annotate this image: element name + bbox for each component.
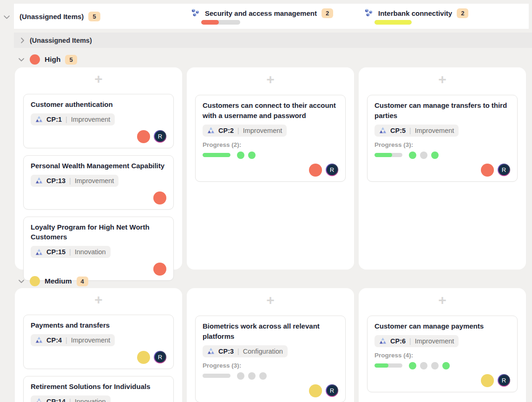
progress-bar	[203, 374, 230, 378]
priority-dot	[309, 384, 322, 397]
chevron-down-icon[interactable]	[18, 56, 25, 63]
chip-separator: |	[69, 177, 71, 185]
priority-dot	[153, 191, 166, 204]
priority-dot	[137, 130, 150, 143]
chip-separator: |	[237, 348, 239, 355]
plus-icon: +	[266, 72, 275, 87]
card-cp3[interactable]: Biometrics work across all relevant plat…	[195, 316, 346, 402]
chip-separator: |	[66, 336, 67, 344]
card-title: Customer authentication	[31, 99, 166, 110]
item-key-chip: CP:15 | Innovation	[31, 246, 111, 258]
assignee-avatar: R	[154, 351, 166, 363]
progress-dot	[237, 152, 244, 159]
item-type: Improvement	[415, 127, 454, 134]
board-collapse-chevron-down-icon[interactable]	[3, 13, 11, 21]
progress-label: Progress (4):	[374, 352, 510, 359]
card-cp2[interactable]: Customers can connect to their account w…	[195, 95, 346, 182]
item-key-chip: CP:1 | Improvement	[31, 113, 115, 125]
item-key-chip: CP:2 | Improvement	[203, 125, 287, 137]
group-header-medium[interactable]: Medium 4	[18, 274, 88, 289]
priority-dot	[153, 263, 166, 276]
group-header-high[interactable]: High 5	[18, 52, 77, 67]
initiative-progress-bar	[201, 20, 240, 25]
chevron-right-icon[interactable]	[19, 37, 26, 44]
progress-dot	[431, 152, 439, 159]
group-label: High	[45, 55, 60, 64]
item-key-chip: CP:4 | Improvement	[31, 334, 115, 346]
progress-bar	[374, 153, 402, 157]
card-cp1[interactable]: Customer authentication CP:1 | Improveme…	[23, 94, 174, 148]
group-row-unassigned[interactable]: (Unassigned Items)	[14, 33, 532, 48]
chip-separator: |	[69, 398, 71, 402]
add-item-button[interactable]: +	[23, 292, 174, 308]
add-item-button[interactable]: +	[195, 71, 346, 88]
card-cp14[interactable]: Retirement Solutions for Individuals CP:…	[23, 376, 174, 402]
item-key: CP:1	[46, 116, 62, 123]
count-badge: 2	[322, 8, 333, 18]
card-title: Customer can manage payments	[374, 321, 510, 331]
progress-dot	[259, 372, 267, 380]
priority-dot	[481, 164, 494, 177]
add-item-button[interactable]: +	[367, 71, 518, 88]
cell-medium-interbank: + Customer can manage payments CP:6 | Im…	[359, 288, 526, 402]
progress-label: Progress (3):	[374, 141, 510, 148]
progress-label: Progress (2):	[203, 141, 338, 148]
column-header-unassigned: (Unassigned Items) 5	[20, 4, 100, 29]
capability-triangle-icon	[35, 249, 43, 256]
item-key: CP:4	[46, 336, 62, 344]
group-label: Medium	[45, 277, 72, 285]
cell-medium-security: + Biometrics work across all relevant pl…	[187, 288, 354, 402]
item-key: CP:3	[218, 348, 234, 355]
count-badge: 4	[77, 277, 88, 286]
item-type: Improvement	[243, 127, 282, 134]
add-item-button[interactable]: +	[23, 71, 174, 87]
capability-triangle-icon	[379, 337, 387, 344]
card-cp6[interactable]: Customer can manage payments CP:6 | Impr…	[367, 316, 518, 392]
item-key-chip: CP:14 | Innovation	[31, 395, 111, 402]
progress-dot	[409, 152, 416, 159]
capability-triangle-icon	[207, 127, 215, 134]
cell-high-interbank: + Customer can manage transfers to third…	[359, 67, 526, 270]
capability-triangle-icon	[35, 398, 43, 402]
card-cp13[interactable]: Personal Wealth Management Capability CP…	[23, 155, 174, 210]
plus-icon: +	[438, 292, 447, 308]
item-type: Innovation	[75, 398, 106, 402]
cell-high-unassigned: + Customer authentication CP:1 | Improve…	[15, 67, 182, 270]
initiative-cubes-icon	[190, 8, 200, 18]
cell-high-security: + Customers can connect to their account…	[187, 67, 354, 270]
item-key: CP:15	[46, 248, 66, 256]
item-type: Improvement	[71, 116, 111, 123]
chevron-down-icon[interactable]	[18, 277, 25, 285]
assignee-avatar: R	[154, 130, 166, 143]
progress-fill	[374, 20, 412, 25]
count-badge: 5	[65, 55, 77, 65]
item-key-chip: CP:5 | Improvement	[374, 125, 459, 137]
chip-separator: |	[409, 337, 411, 345]
column-header-interbank[interactable]: Interbank connectivity 2	[364, 8, 468, 18]
count-badge: 2	[457, 8, 468, 18]
progress-fill	[203, 153, 230, 157]
card-cp5[interactable]: Customer can manage transfers to third p…	[367, 95, 518, 182]
card-cp4[interactable]: Payments and transfers CP:4 | Improvemen…	[23, 315, 174, 369]
progress-bar	[374, 363, 402, 368]
capability-triangle-icon	[207, 348, 215, 355]
item-key: CP:2	[218, 127, 234, 134]
progress-dot	[420, 152, 427, 159]
progress-fill	[374, 153, 392, 157]
add-item-button[interactable]: +	[367, 292, 518, 309]
initiative-cubes-icon	[364, 8, 374, 18]
column-header-bar: (Unassigned Items) 5 Security and access…	[14, 4, 529, 29]
card-cp15[interactable]: Loyalty Program for High Net Worth Custo…	[23, 217, 174, 281]
item-key: CP:13	[46, 177, 66, 185]
priority-dot	[137, 351, 150, 364]
column-header-security[interactable]: Security and access management 2	[190, 8, 333, 18]
capability-triangle-icon	[379, 127, 387, 134]
item-type: Improvement	[415, 337, 454, 345]
progress-bar	[203, 153, 230, 157]
chip-separator: |	[69, 248, 71, 256]
item-key: CP:6	[390, 337, 406, 345]
priority-high-dot	[30, 54, 40, 65]
item-key-chip: CP:6 | Improvement	[374, 335, 459, 347]
card-title: Personal Wealth Management Capability	[31, 161, 166, 171]
add-item-button[interactable]: +	[195, 292, 346, 309]
